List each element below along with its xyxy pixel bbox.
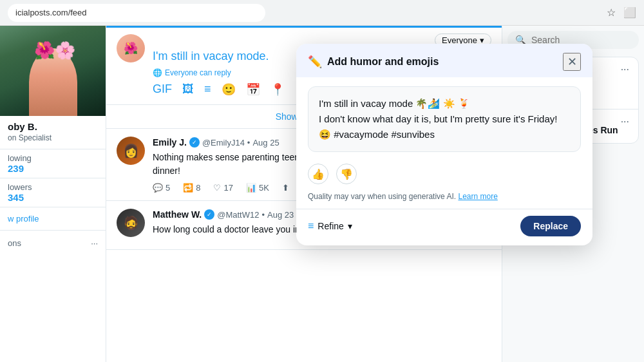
share-action-emily[interactable]: ⬆ bbox=[282, 183, 289, 193]
trending-more-politics[interactable]: ··· bbox=[621, 116, 629, 128]
tweet-handle-matthew: @MattW12 bbox=[217, 210, 259, 220]
tweet-dot-matthew: • bbox=[261, 210, 265, 220]
user-name: oby B. bbox=[0, 116, 106, 133]
thumbs-up-button[interactable]: 👍 bbox=[308, 164, 328, 184]
like-count-emily: 17 bbox=[223, 183, 232, 193]
image-icon[interactable]: 🖼 bbox=[182, 82, 194, 97]
compose-avatar: 🌺 bbox=[117, 34, 145, 62]
url-bar[interactable]: icialposts.com/feed bbox=[8, 4, 265, 22]
sidebar-cover-photo: 🌺🌸 bbox=[0, 26, 106, 116]
tweet-handle-emily: @EmilyJ14 bbox=[202, 138, 245, 148]
thumbs-up-icon: 👍 bbox=[312, 168, 325, 180]
ai-disclaimer: Quality may vary when using generative A… bbox=[296, 189, 592, 209]
extension-icon[interactable]: ⬜ bbox=[623, 6, 636, 19]
followers-label: lowers bbox=[8, 182, 98, 192]
retweet-icon-emily: 🔁 bbox=[183, 183, 193, 193]
like-icon-emily: ♡ bbox=[213, 183, 221, 193]
tweet-name-emily: Emily J. bbox=[153, 137, 187, 148]
followers-count: 345 bbox=[8, 192, 98, 203]
verified-badge-emily: ✓ bbox=[189, 137, 200, 148]
left-sidebar: 🌺🌸 oby B. on Specialist lowing 239 lower… bbox=[0, 26, 106, 362]
views-action-emily[interactable]: 📊 5K bbox=[246, 183, 269, 193]
ai-popup-title-area: ✏️ Add humor and emojis bbox=[308, 55, 439, 69]
tweet-user-info-matthew: Matthew W. ✓ @MattW12 • Aug 23 bbox=[153, 209, 294, 220]
ai-generated-text: I'm still in vacay mode 🌴🏄 ☀️ 🍹 I don't … bbox=[308, 86, 581, 152]
learn-more-link[interactable]: Learn more bbox=[458, 192, 497, 201]
url-text: icialposts.com/feed bbox=[15, 8, 87, 17]
reply-note-text: Everyone can reply bbox=[165, 68, 231, 77]
tweet-user-info-emily: Emily J. ✓ @EmilyJ14 • Aug 25 bbox=[153, 137, 279, 148]
avatar-flowers: 🌺🌸 bbox=[34, 41, 75, 61]
refine-label: Refine bbox=[317, 221, 343, 231]
cover-image: 🌺🌸 bbox=[0, 26, 106, 116]
ai-sparkle-icon: ✏️ bbox=[308, 55, 322, 69]
sidebar-bottom-label: ons bbox=[8, 238, 21, 248]
disclaimer-text: Quality may vary when using generative A… bbox=[308, 192, 456, 201]
compose-progress-bar bbox=[106, 26, 502, 28]
verified-badge-matthew: ✓ bbox=[204, 209, 214, 220]
following-count: 239 bbox=[8, 163, 98, 174]
tweet-date-emily: • bbox=[247, 138, 251, 148]
view-profile-link[interactable]: w profile bbox=[0, 207, 106, 230]
retweet-action-emily[interactable]: 🔁 8 bbox=[183, 183, 200, 193]
location-icon[interactable]: 📍 bbox=[270, 82, 285, 97]
calendar-icon[interactable]: 📅 bbox=[246, 82, 260, 97]
reply-count-emily: 5 bbox=[166, 183, 170, 193]
globe-icon: 🌐 bbox=[153, 68, 162, 77]
browser-icon-group: ☆ ⬜ bbox=[607, 6, 636, 19]
reply-icon-emily: 💬 bbox=[153, 183, 163, 193]
sidebar-bottom: ons ··· bbox=[0, 230, 106, 256]
ai-popup-title: Add humor and emojis bbox=[327, 56, 439, 68]
refine-button[interactable]: ≡ Refine ▾ bbox=[308, 220, 352, 232]
ai-actions: ≡ Refine ▾ Replace bbox=[296, 209, 592, 245]
retweet-count-emily: 8 bbox=[196, 183, 200, 193]
refine-icon: ≡ bbox=[308, 220, 314, 232]
emily-avatar-emoji: 👩 bbox=[123, 143, 139, 158]
like-action-emily[interactable]: ♡ 17 bbox=[213, 183, 232, 193]
tweet-avatar-emily: 👩 bbox=[117, 137, 145, 165]
thumbs-down-icon: 👎 bbox=[340, 168, 353, 180]
list-icon[interactable]: ≡ bbox=[204, 82, 211, 97]
tweet-avatar-matthew: 🧔 bbox=[117, 209, 145, 237]
followers-stat: lowers 345 bbox=[0, 178, 106, 207]
reply-action-emily[interactable]: 💬 5 bbox=[153, 183, 170, 193]
share-icon-emily: ⬆ bbox=[282, 183, 289, 193]
bookmark-icon[interactable]: ☆ bbox=[607, 6, 616, 19]
ai-feedback: 👍 👎 bbox=[296, 161, 592, 189]
thumbs-down-button[interactable]: 👎 bbox=[336, 164, 357, 184]
tweet-date-emily-val: Aug 25 bbox=[252, 138, 279, 148]
following-label: lowing bbox=[8, 153, 98, 163]
emoji-icon[interactable]: 🙂 bbox=[222, 82, 236, 97]
trending-more-sports[interactable]: ··· bbox=[621, 64, 629, 75]
replace-button[interactable]: Replace bbox=[520, 216, 581, 236]
views-icon-emily: 📊 bbox=[246, 183, 256, 193]
browser-chrome: icialposts.com/feed ☆ ⬜ bbox=[0, 0, 644, 26]
matthew-avatar-emoji: 🧔 bbox=[123, 215, 139, 231]
tweet-name-matthew: Matthew W. bbox=[153, 209, 202, 220]
ai-popup-header: ✏️ Add humor and emojis ✕ bbox=[296, 44, 592, 77]
sidebar-more-icon[interactable]: ··· bbox=[91, 238, 98, 248]
ai-close-button[interactable]: ✕ bbox=[563, 53, 581, 71]
gif-icon[interactable]: GIF bbox=[153, 82, 172, 97]
views-count-emily: 5K bbox=[259, 183, 269, 193]
ai-popup: ✏️ Add humor and emojis ✕ I'm still in v… bbox=[296, 44, 592, 245]
tweet-date-matthew-val: Aug 23 bbox=[267, 210, 294, 220]
following-stat: lowing 239 bbox=[0, 149, 106, 178]
refine-arrow: ▾ bbox=[348, 221, 352, 231]
user-role: on Specialist bbox=[0, 133, 106, 149]
